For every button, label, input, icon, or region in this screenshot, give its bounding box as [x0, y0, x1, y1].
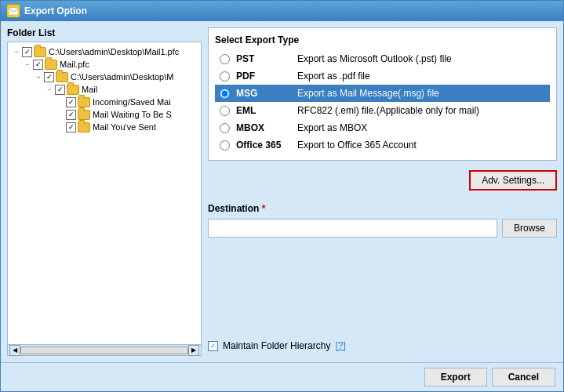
cancel-button[interactable]: Cancel: [492, 368, 555, 387]
expand-icon-mail[interactable]: −: [44, 84, 55, 95]
folder-panel: Folder List − C:\Users\admin\Desktop\Mai…: [7, 27, 202, 356]
tree-label-mail: Mail: [82, 85, 97, 94]
export-option-pst[interactable]: PST Export as Microsoft Outlook (.pst) f…: [215, 50, 550, 67]
app-icon: [7, 5, 20, 17]
main-content: Folder List − C:\Users\admin\Desktop\Mai…: [1, 21, 563, 362]
scroll-left-btn[interactable]: ◀: [9, 345, 20, 356]
export-type-section: Select Export Type PST Export as Microso…: [208, 27, 557, 161]
title-bar-text: Export Option: [24, 5, 87, 16]
radio-mbox[interactable]: [220, 123, 230, 133]
destination-required-marker: *: [262, 203, 266, 214]
folder-scrollbar-area: ◀ ▶: [7, 345, 202, 356]
expand-icon-mailpfc[interactable]: −: [22, 59, 33, 70]
folder-icon-desktop: [56, 72, 68, 82]
export-option-eml[interactable]: EML RFC822 (.eml) file.(Applicable only …: [215, 102, 550, 119]
tree-label-incoming: Incoming/Saved Mai: [93, 97, 171, 107]
tree-item-incoming[interactable]: − Incoming/Saved Mai: [9, 96, 199, 108]
folder-icon-mailpfc: [45, 60, 57, 70]
folder-icon-mail: [67, 85, 79, 95]
tree-item-root[interactable]: − C:\Users\admin\Desktop\Mail1.pfc: [9, 45, 199, 58]
destination-label-text: Destination: [208, 203, 259, 214]
radio-msg[interactable]: [220, 89, 230, 99]
folder-list-title: Folder List: [7, 27, 202, 38]
export-type-desc-pst: Export as Microsoft Outlook (.pst) file: [297, 53, 545, 64]
tree-item-desktop[interactable]: − C:\Users\admin\Desktop\M: [9, 71, 199, 83]
scroll-right-btn[interactable]: ▶: [188, 345, 199, 356]
tree-label-root: C:\Users\admin\Desktop\Mail1.pfc: [49, 47, 179, 56]
checkbox-mail[interactable]: [55, 85, 65, 95]
tree-item-mail[interactable]: − Mail: [9, 83, 199, 96]
export-type-name-eml: EML: [236, 105, 291, 116]
checkbox-root[interactable]: [22, 47, 32, 57]
bottom-options: Maintain Folder Hierarchy [?]: [208, 336, 557, 356]
export-option-pdf[interactable]: PDF Export as .pdf file: [215, 67, 550, 85]
radio-pdf[interactable]: [220, 71, 230, 82]
tree-item-waiting[interactable]: − Mail Waiting To Be S: [9, 108, 199, 121]
export-type-name-mbox: MBOX: [236, 122, 291, 133]
checkbox-desktop[interactable]: [44, 72, 54, 82]
radio-office365[interactable]: [220, 140, 230, 151]
export-type-desc-office365: Export to Office 365 Account: [297, 140, 545, 151]
export-type-desc-mbox: Export as MBOX: [297, 122, 545, 133]
tree-label-mailpfc: Mail.pfc: [60, 60, 89, 69]
tree-label-sent: Mail You've Sent: [93, 122, 156, 132]
export-option-msg[interactable]: MSG Export as Mail Message(.msg) file: [215, 85, 550, 102]
tree-label-waiting: Mail Waiting To Be S: [93, 110, 172, 119]
destination-section: Destination * Browse: [208, 203, 557, 238]
destination-input[interactable]: [208, 219, 497, 238]
expand-icon-desktop[interactable]: −: [33, 71, 44, 82]
export-type-name-pst: PST: [236, 53, 291, 64]
title-bar: Export Option: [1, 1, 563, 21]
folder-icon-incoming: [78, 97, 90, 107]
footer: Export Cancel: [1, 362, 563, 391]
checkbox-incoming[interactable]: [66, 97, 76, 107]
export-type-title: Select Export Type: [215, 34, 550, 45]
export-option-mbox[interactable]: MBOX Export as MBOX: [215, 119, 550, 136]
folder-tree[interactable]: − C:\Users\admin\Desktop\Mail1.pfc − Mai…: [7, 42, 202, 345]
maintain-hierarchy-checkbox[interactable]: [208, 341, 218, 351]
export-type-desc-eml: RFC822 (.eml) file.(Applicable only for …: [297, 105, 545, 116]
destination-label: Destination *: [208, 203, 557, 214]
adv-settings-row: Adv. Settings...: [208, 167, 557, 194]
export-panel: Select Export Type PST Export as Microso…: [208, 27, 557, 356]
export-option-office365[interactable]: Office 365 Export to Office 365 Account: [215, 136, 550, 154]
expand-icon-root[interactable]: −: [11, 46, 22, 57]
tree-label-desktop: C:\Users\admin\Desktop\M: [71, 72, 173, 82]
tree-item-sent[interactable]: − Mail You've Sent: [9, 121, 199, 133]
export-type-desc-pdf: Export as .pdf file: [297, 71, 545, 82]
tree-item-mailpfc[interactable]: − Mail.pfc: [9, 58, 199, 71]
maintain-hierarchy-label: Maintain Folder Hierarchy: [223, 340, 330, 351]
browse-button[interactable]: Browse: [502, 219, 557, 238]
folder-icon-waiting: [78, 110, 90, 120]
export-type-name-msg: MSG: [236, 88, 291, 99]
adv-settings-button[interactable]: Adv. Settings...: [469, 170, 557, 191]
folder-icon-root: [34, 47, 46, 57]
export-type-desc-msg: Export as Mail Message(.msg) file: [297, 88, 545, 99]
spacer: [208, 238, 557, 336]
checkbox-mailpfc[interactable]: [33, 60, 43, 70]
h-scrollbar[interactable]: [20, 347, 188, 354]
folder-icon-sent: [78, 122, 90, 132]
checkbox-waiting[interactable]: [66, 110, 76, 120]
checkbox-sent[interactable]: [66, 122, 76, 132]
radio-eml[interactable]: [220, 106, 230, 116]
export-type-name-office365: Office 365: [236, 140, 291, 151]
export-type-name-pdf: PDF: [236, 71, 291, 82]
maintain-hierarchy-link[interactable]: [?]: [335, 340, 345, 351]
export-button[interactable]: Export: [424, 368, 487, 387]
destination-row: Browse: [208, 219, 557, 238]
export-option-dialog: Export Option Folder List − C:\Users\adm…: [0, 0, 564, 392]
radio-pst[interactable]: [220, 54, 230, 64]
